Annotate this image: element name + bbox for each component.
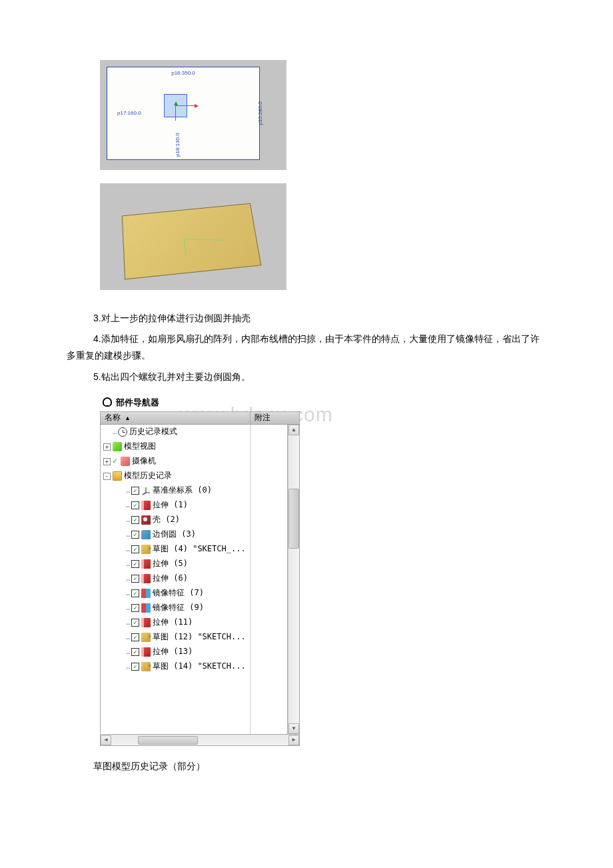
tree-item-label: 历史记录模式 xyxy=(129,425,177,439)
panel-title-text: 部件导航器 xyxy=(116,395,159,410)
sort-ascending-icon: ▲ xyxy=(125,413,131,423)
scroll-down-button[interactable]: ▼ xyxy=(289,723,299,734)
tree-item-label: 镜像特征 (7) xyxy=(153,586,204,601)
paragraph-3: 3.对上一步的拉伸体进行边倒圆并抽壳 xyxy=(67,310,546,327)
tree-item-label: 拉伸 (13) xyxy=(153,645,193,659)
column-header-note[interactable]: 附注 xyxy=(251,412,299,424)
scroll-left-button[interactable]: ◄ xyxy=(101,735,111,745)
figure-caption: 草图模型历史记录（部分） xyxy=(93,758,546,775)
tree-row[interactable]: …✓草图 (14) "SKETCH... xyxy=(101,659,250,674)
tree-item-label: 模型视图 xyxy=(124,439,156,454)
dimension-right: p15:280.0 xyxy=(256,101,265,125)
tree-connector: … xyxy=(126,587,129,599)
dimension-bottom: p18:130.0 xyxy=(173,133,183,157)
tree-item-label: 模型历史记录 xyxy=(124,469,172,483)
sketch-icon xyxy=(141,545,151,554)
hscroll-thumb[interactable] xyxy=(138,736,198,745)
tree-row[interactable]: …✓边倒圆 (3) xyxy=(101,527,250,542)
collapse-icon[interactable]: - xyxy=(103,473,111,480)
tree-row[interactable]: -模型历史记录 xyxy=(101,469,250,483)
horizontal-scrollbar[interactable]: ◄ ► xyxy=(100,735,300,746)
tree-connector: … xyxy=(113,426,116,438)
bulb-icon xyxy=(103,397,112,407)
isometric-figure xyxy=(100,183,287,290)
part-navigator-panel: 部件导航器 名称 ▲ 附注 …历史记录模式+模型视图+✓摄像机-模型历史记录…✓… xyxy=(100,393,300,746)
panel-column-header[interactable]: 名称 ▲ 附注 xyxy=(100,411,300,425)
checkbox-checked-icon[interactable]: ✓ xyxy=(131,648,139,656)
sketch-2d-figure: p16:350.0 p17:160.0 p15:280.0 p18:130.0 xyxy=(100,60,287,170)
tree-item-label: 拉伸 (5) xyxy=(153,557,188,571)
checkbox-checked-icon[interactable]: ✓ xyxy=(131,663,139,671)
tree-item-label: 草图 (12) "SKETCH... xyxy=(153,630,246,645)
tree-row[interactable]: …✓草图 (12) "SKETCH... xyxy=(101,630,250,645)
tree-item-label: 草图 (4) "SKETCH_... xyxy=(153,542,246,557)
sketch-icon xyxy=(141,633,151,642)
tree-item-label: 镜像特征 (9) xyxy=(153,601,204,615)
scroll-up-button[interactable]: ▲ xyxy=(289,425,299,435)
checkbox-checked-icon[interactable]: ✓ xyxy=(131,619,139,627)
tree-item-label: 壳 (2) xyxy=(153,513,180,527)
column-header-name[interactable]: 名称 ▲ xyxy=(101,412,251,424)
tree-connector: … xyxy=(126,529,129,541)
tree-connector: … xyxy=(126,602,129,614)
tree-row[interactable]: …✓拉伸 (5) xyxy=(101,557,250,571)
tree-connector: … xyxy=(126,573,129,585)
tree-row[interactable]: +✓摄像机 xyxy=(101,454,250,469)
iso-axis-icon xyxy=(184,238,187,257)
checkbox-checked-icon[interactable]: ✓ xyxy=(131,487,139,495)
checkbox-checked-icon[interactable]: ✓ xyxy=(131,604,139,612)
tree-content-area[interactable]: …历史记录模式+模型视图+✓摄像机-模型历史记录…✓基准坐标系 (0)…✓拉伸 … xyxy=(101,425,251,734)
svg-line-2 xyxy=(143,493,146,495)
tree-row[interactable]: …✓基准坐标系 (0) xyxy=(101,483,250,498)
checkbox-checked-icon[interactable]: ✓ xyxy=(131,633,139,641)
tree-connector: … xyxy=(126,631,129,643)
tree-row[interactable]: …✓镜像特征 (9) xyxy=(101,601,250,615)
tree-row[interactable]: …历史记录模式 xyxy=(101,425,250,439)
csys-icon xyxy=(141,486,151,495)
extrude-icon xyxy=(141,574,151,583)
tree-connector: … xyxy=(126,499,129,511)
tree-row[interactable]: …✓镜像特征 (7) xyxy=(101,586,250,601)
expand-icon[interactable]: + xyxy=(103,443,111,451)
tree-item-label: 基准坐标系 (0) xyxy=(153,483,212,498)
camera-icon xyxy=(121,457,130,466)
paragraph-4: 4.添加特征，如扇形风扇孔的阵列，内部布线槽的扫掠，由于本零件的特点，大量使用了… xyxy=(67,331,546,364)
tree-row[interactable]: …✓壳 (2) xyxy=(101,513,250,527)
sketch-icon xyxy=(141,662,151,671)
tree-connector: … xyxy=(126,617,129,629)
checkbox-checked-icon[interactable]: ✓ xyxy=(131,516,139,524)
vertical-scrollbar[interactable]: ▲ ▼ xyxy=(288,425,299,734)
checkbox-checked-icon[interactable]: ✓ xyxy=(131,575,139,583)
tree-row[interactable]: …✓拉伸 (13) xyxy=(101,645,250,659)
checkbox-checked-icon[interactable]: ✓ xyxy=(131,545,139,553)
tree-item-label: 拉伸 (6) xyxy=(153,571,188,586)
iso-axis-icon xyxy=(184,239,224,241)
tree-row[interactable]: …✓拉伸 (1) xyxy=(101,498,250,513)
expand-icon[interactable]: + xyxy=(103,458,111,465)
mirror-icon xyxy=(141,589,151,598)
note-column xyxy=(251,425,288,734)
scroll-thumb[interactable] xyxy=(289,489,299,549)
tree-row[interactable]: …✓草图 (4) "SKETCH_... xyxy=(101,542,250,557)
axis-y-icon xyxy=(175,104,176,121)
folder-icon xyxy=(113,471,122,481)
checkbox-checked-icon[interactable]: ✓ xyxy=(131,560,139,568)
extrude-icon xyxy=(141,618,151,627)
extrude-icon xyxy=(141,559,151,569)
tree-row[interactable]: …✓拉伸 (6) xyxy=(101,571,250,586)
tree-item-label: 拉伸 (11) xyxy=(153,615,193,630)
tree-row[interactable]: …✓拉伸 (11) xyxy=(101,615,250,630)
fillet-icon xyxy=(141,530,151,539)
checkbox-checked-icon[interactable]: ✓ xyxy=(131,501,139,509)
tree-item-label: 草图 (14) "SKETCH... xyxy=(153,659,246,674)
extrude-icon xyxy=(141,501,151,510)
tree-row[interactable]: +模型视图 xyxy=(101,439,250,454)
checkbox-checked-icon[interactable]: ✓ xyxy=(131,531,139,539)
tree-connector: … xyxy=(126,558,129,570)
scroll-right-button[interactable]: ► xyxy=(289,735,299,745)
panel-title-bar: 部件导航器 xyxy=(100,393,300,411)
shell-icon xyxy=(141,515,151,525)
checkmark-icon: ✓ xyxy=(113,454,121,469)
clock-icon xyxy=(118,427,127,437)
checkbox-checked-icon[interactable]: ✓ xyxy=(131,589,139,597)
